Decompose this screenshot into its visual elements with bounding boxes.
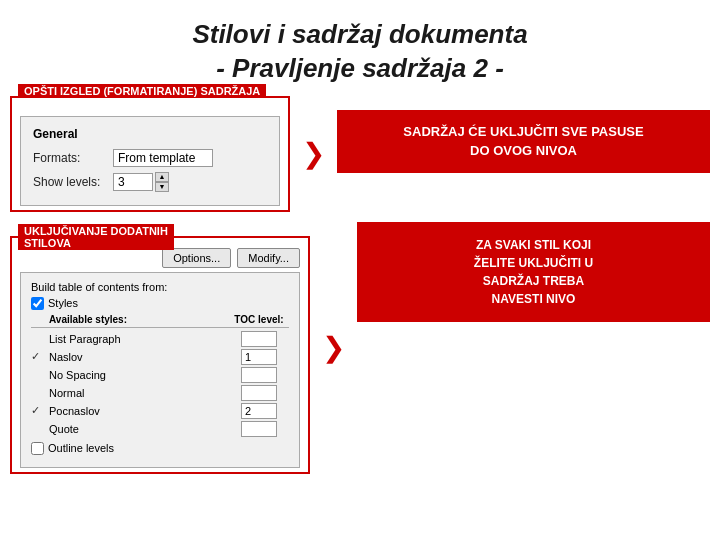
- style-toc: [229, 385, 289, 401]
- styles-checkbox-row[interactable]: Styles: [31, 297, 289, 310]
- formats-row: Formats:: [33, 149, 267, 167]
- title-area: Stilovi i sadržaj dokumenta - Pravljenje…: [0, 0, 720, 96]
- outline-levels-label: Outline levels: [48, 442, 114, 454]
- top-callout: SADRŽAJ ĆE UKLJUČITI SVE PASUSE DO OVOG …: [337, 110, 710, 173]
- table-row: Normal: [31, 384, 289, 402]
- table-row: ✓Pocnaslov: [31, 402, 289, 420]
- title-line1: Stilovi i sadržaj dokumenta: [10, 18, 710, 52]
- formatting-box: OPŠTI IZGLED (FORMATIRANJE) SADRŽAJA Gen…: [10, 96, 290, 212]
- title-line2: - Pravljenje sadržaja 2 -: [10, 52, 710, 86]
- build-from-label: Build table of contents from:: [31, 281, 167, 293]
- style-check: ✓: [31, 350, 49, 363]
- show-levels-label: Show levels:: [33, 175, 113, 189]
- build-from-row: Build table of contents from:: [31, 281, 289, 293]
- style-toc: [229, 421, 289, 437]
- bottom-callout: ZA SVAKI STIL KOJI ŽELITE UKLJUČITI U SA…: [357, 222, 710, 322]
- formats-label: Formats:: [33, 151, 113, 165]
- show-levels-row: Show levels: ▲ ▼: [33, 172, 267, 192]
- include-styles-box: UKLJUČIVANJE DODATNIH STILOVA Options...…: [10, 236, 310, 474]
- style-check: ✓: [31, 404, 49, 417]
- formatting-box-label: OPŠTI IZGLED (FORMATIRANJE) SADRŽAJA: [18, 84, 266, 98]
- col-available-styles: Available styles:: [31, 314, 229, 325]
- table-row: ✓Naslov: [31, 348, 289, 366]
- style-name: List Paragraph: [49, 333, 229, 345]
- toc-input[interactable]: [241, 349, 277, 365]
- col-toc-level: TOC level:: [229, 314, 289, 325]
- bottom-arrow-icon: ❯: [322, 331, 345, 364]
- table-row: Quote: [31, 420, 289, 438]
- style-name: Quote: [49, 423, 229, 435]
- top-section: OPŠTI IZGLED (FORMATIRANJE) SADRŽAJA Gen…: [10, 96, 710, 212]
- style-toc: [229, 367, 289, 383]
- toc-input-empty[interactable]: [241, 421, 277, 437]
- modify-button[interactable]: Modify...: [237, 248, 300, 268]
- style-name: Pocnaslov: [49, 405, 229, 417]
- bottom-callout-text: ZA SVAKI STIL KOJI ŽELITE UKLJUČITI U SA…: [474, 236, 593, 308]
- styles-table-header: Available styles: TOC level:: [31, 314, 289, 328]
- general-label: General: [33, 127, 267, 141]
- styles-list: List Paragraph✓NaslovNo SpacingNormal✓Po…: [31, 330, 289, 438]
- show-levels-input[interactable]: [113, 173, 153, 191]
- toc-input-empty[interactable]: [241, 385, 277, 401]
- style-name: No Spacing: [49, 369, 229, 381]
- top-arrow-icon: ❯: [302, 137, 325, 170]
- include-styles-label: UKLJUČIVANJE DODATNIH STILOVA: [18, 224, 174, 250]
- styles-checkbox-label: Styles: [48, 297, 78, 309]
- outline-levels-row[interactable]: Outline levels: [31, 442, 289, 455]
- style-name: Normal: [49, 387, 229, 399]
- bottom-section: UKLJUČIVANJE DODATNIH STILOVA Options...…: [10, 222, 710, 474]
- main-content: OPŠTI IZGLED (FORMATIRANJE) SADRŽAJA Gen…: [0, 96, 720, 474]
- table-row: No Spacing: [31, 366, 289, 384]
- dialog-panel-top: General Formats: Show levels: ▲ ▼: [20, 116, 280, 206]
- options-button[interactable]: Options...: [162, 248, 231, 268]
- spinner-down-btn[interactable]: ▼: [155, 182, 169, 192]
- style-toc: [229, 331, 289, 347]
- top-callout-text: SADRŽAJ ĆE UKLJUČITI SVE PASUSE DO OVOG …: [403, 122, 643, 161]
- spinner-up-btn[interactable]: ▲: [155, 172, 169, 182]
- page-container: Stilovi i sadržaj dokumenta - Pravljenje…: [0, 0, 720, 474]
- dialog-panel-bottom: Build table of contents from: Styles Ava…: [20, 272, 300, 468]
- table-row: List Paragraph: [31, 330, 289, 348]
- toc-input-empty[interactable]: [241, 331, 277, 347]
- toc-input[interactable]: [241, 403, 277, 419]
- left-bottom: UKLJUČIVANJE DODATNIH STILOVA Options...…: [10, 222, 310, 474]
- spinner-buttons: ▲ ▼: [155, 172, 169, 192]
- style-toc: [229, 349, 289, 365]
- style-name: Naslov: [49, 351, 229, 363]
- show-levels-spinner: ▲ ▼: [113, 172, 169, 192]
- style-toc: [229, 403, 289, 419]
- styles-checkbox[interactable]: [31, 297, 44, 310]
- toc-input-empty[interactable]: [241, 367, 277, 383]
- outline-levels-checkbox[interactable]: [31, 442, 44, 455]
- formats-input[interactable]: [113, 149, 213, 167]
